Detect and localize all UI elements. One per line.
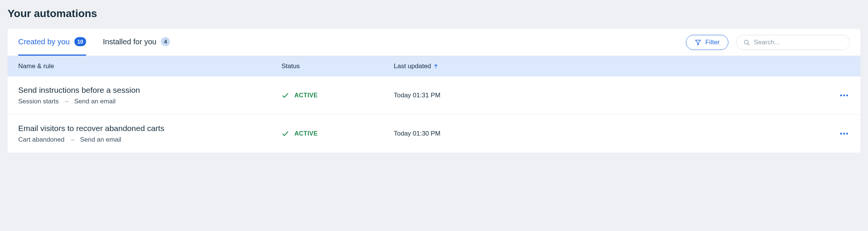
svg-point-9 (846, 133, 848, 135)
svg-point-6 (846, 95, 848, 97)
filter-button[interactable]: Filter (686, 35, 728, 50)
tab-installed-for-you[interactable]: Installed for you 4 (103, 29, 170, 56)
search-input[interactable] (754, 39, 843, 46)
tabs: Created by you 10 Installed for you 4 (18, 29, 686, 56)
svg-point-7 (840, 133, 842, 135)
status-cell: ACTIVE (281, 92, 394, 99)
updated-cell: Today 01:30 PM (394, 130, 827, 137)
rule-action: Send an email (80, 136, 121, 144)
row-name-cell: Email visitors to recover abandoned cart… (18, 124, 281, 144)
svg-point-8 (843, 133, 845, 135)
automations-card: Created by you 10 Installed for you 4 Fi… (8, 29, 860, 153)
tabs-row: Created by you 10 Installed for you 4 Fi… (8, 29, 860, 56)
sort-ascending-icon (433, 64, 439, 69)
column-header-updated[interactable]: Last updated (394, 62, 827, 70)
search-field[interactable] (736, 35, 850, 50)
arrow-right-icon: → (63, 98, 70, 105)
automation-rule: Cart abandoned → Send an email (18, 136, 281, 144)
svg-point-4 (840, 95, 842, 97)
svg-point-5 (843, 95, 845, 97)
tab-created-by-you[interactable]: Created by you 10 (18, 29, 86, 56)
tab-label: Installed for you (103, 37, 156, 46)
status-label: ACTIVE (294, 92, 318, 99)
more-actions-button[interactable] (838, 90, 850, 101)
filter-icon (695, 39, 701, 46)
status-label: ACTIVE (294, 130, 318, 137)
more-actions-button[interactable] (838, 128, 850, 139)
filter-label: Filter (705, 39, 720, 46)
automation-title: Send instructions before a session (18, 86, 281, 95)
rule-trigger: Session starts (18, 98, 59, 105)
column-header-updated-label: Last updated (394, 62, 431, 70)
header-actions: Filter (686, 35, 850, 50)
tab-label: Created by you (18, 37, 70, 46)
page-title: Your automations (8, 8, 860, 20)
svg-marker-0 (695, 40, 701, 45)
check-icon (281, 130, 289, 137)
check-icon (281, 92, 289, 99)
column-header-status[interactable]: Status (281, 62, 394, 70)
search-icon (743, 39, 750, 46)
tab-count-badge: 4 (161, 37, 170, 46)
tab-count-badge: 10 (74, 37, 86, 46)
updated-cell: Today 01:31 PM (394, 92, 827, 99)
svg-line-2 (748, 44, 749, 45)
automation-title: Email visitors to recover abandoned cart… (18, 124, 281, 133)
rule-action: Send an email (74, 98, 116, 105)
arrow-right-icon: → (69, 136, 75, 144)
row-name-cell: Send instructions before a session Sessi… (18, 86, 281, 105)
rule-trigger: Cart abandoned (18, 136, 64, 144)
table-row[interactable]: Email visitors to recover abandoned cart… (8, 115, 860, 153)
status-cell: ACTIVE (281, 130, 394, 137)
table-row[interactable]: Send instructions before a session Sessi… (8, 76, 860, 115)
column-header-name[interactable]: Name & rule (18, 62, 281, 70)
automation-rule: Session starts → Send an email (18, 98, 281, 105)
table-header: Name & rule Status Last updated (8, 56, 860, 76)
